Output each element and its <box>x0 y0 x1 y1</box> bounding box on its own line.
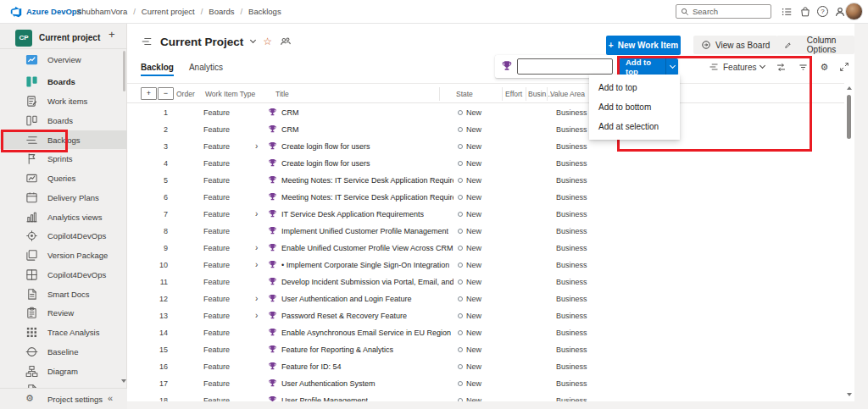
add-options-dropdown-button[interactable] <box>665 58 678 75</box>
backlog-row-5[interactable]: 5FeatureMeeting Notes: IT Service Desk A… <box>127 172 844 189</box>
table-scrollbar[interactable] <box>844 83 854 401</box>
sidebar-item-version-package[interactable]: Version Package <box>0 246 127 265</box>
product-name[interactable]: Azure DevOps <box>26 7 81 16</box>
sidebar-item-copilot4devops[interactable]: Copilot4DevOps <box>0 227 127 246</box>
scrollbar-thumb[interactable] <box>847 95 851 139</box>
breadcrumb-item[interactable]: Boards <box>209 7 234 16</box>
tab-backlog[interactable]: Backlog <box>141 63 174 76</box>
backlog-row-11[interactable]: 11FeatureDevelop Incident Submission via… <box>127 274 844 290</box>
menu-item-add-to-bottom[interactable]: Add to bottom <box>589 97 680 117</box>
row-title[interactable]: Create login flow for users <box>281 159 370 168</box>
row-title[interactable]: User Authentication System <box>281 379 376 388</box>
sidebar-item-analytics-views[interactable]: Analytics views <box>0 207 127 226</box>
sidebar-item-project-settings[interactable]: Project settings <box>47 395 103 404</box>
sidebar-item-diagram[interactable]: Diagram <box>0 362 127 380</box>
row-title[interactable]: Enable Unified Customer Profile View Acr… <box>281 244 453 252</box>
task-list-icon[interactable] <box>781 6 793 18</box>
sidebar-item-boards[interactable]: Boards <box>0 73 127 91</box>
column-header-title[interactable]: Title <box>275 90 289 98</box>
breadcrumb-item[interactable]: Backlogs <box>248 7 281 16</box>
row-title[interactable]: Meeting Notes: IT Service Desk Applicati… <box>281 193 453 202</box>
backlog-row-3[interactable]: 3Feature›Create login flow for usersNewB… <box>127 138 844 155</box>
column-header-value-area[interactable]: Value Area <box>550 90 586 98</box>
more-options-icon[interactable]: ⋮ <box>853 38 854 49</box>
menu-item-add-at-selection[interactable]: Add at selection <box>589 117 680 136</box>
settings-gear-icon[interactable]: ⚙ <box>820 63 828 72</box>
backlog-row-16[interactable]: 16FeatureFeature for ID: 54NewBusiness <box>127 358 844 375</box>
user-avatar[interactable] <box>845 3 863 20</box>
chevron-down-icon[interactable] <box>250 37 256 43</box>
row-title[interactable]: Password Reset & Recovery Feature <box>281 312 407 320</box>
backlog-row-9[interactable]: 9Feature›Enable Unified Customer Profile… <box>127 240 844 257</box>
search-box[interactable] <box>676 4 771 19</box>
backlog-row-12[interactable]: 12Feature›User Authentication and Login … <box>127 290 844 307</box>
sidebar-item-queries[interactable]: Queries <box>0 169 127 188</box>
backlog-row-1[interactable]: 1FeatureCRMNewBusiness <box>127 104 844 121</box>
row-title[interactable]: User Profile Management <box>281 396 368 401</box>
column-options-button[interactable]: Column Options <box>776 36 854 54</box>
backlog-row-4[interactable]: 4FeatureCreate login flow for usersNewBu… <box>127 155 844 172</box>
row-title[interactable]: Meeting Notes: IT Service Desk Applicati… <box>281 176 453 185</box>
search-input[interactable] <box>693 7 766 16</box>
row-title[interactable]: IT Service Desk Application Requirements <box>281 210 424 218</box>
column-header-effort[interactable]: Effort <box>505 90 522 98</box>
azure-devops-logo-icon[interactable] <box>10 6 22 18</box>
collapse-sidebar-icon[interactable]: « <box>108 393 113 403</box>
sidebar-item-baseline[interactable]: Baseline <box>0 342 127 361</box>
collapse-all-button[interactable]: − <box>158 87 174 100</box>
row-title[interactable]: Enable Asynchronous Email Service in EU … <box>281 329 451 337</box>
swap-view-icon[interactable] <box>776 62 787 73</box>
tab-analytics[interactable]: Analytics <box>189 63 223 76</box>
column-header-work-item-type[interactable]: Work Item Type <box>205 90 255 98</box>
row-title[interactable]: CRM <box>281 108 299 117</box>
sidebar-item-trace-analysis[interactable]: Trace Analysis <box>0 323 127 342</box>
expand-chevron-icon[interactable]: › <box>255 294 258 303</box>
expand-chevron-icon[interactable]: › <box>255 243 258 252</box>
add-to-top-button[interactable]: Add to top <box>619 58 665 75</box>
column-header-business-value[interactable]: Busin... <box>528 90 552 98</box>
column-header-order[interactable]: Order <box>176 90 195 98</box>
breadcrumb-item[interactable]: Current project <box>142 7 195 16</box>
sidebar-item-work-items[interactable]: Work items <box>0 92 127 111</box>
fullscreen-icon[interactable] <box>839 62 850 73</box>
backlog-level-picker[interactable]: Features <box>709 62 765 72</box>
breadcrumb-item[interactable]: ShubhamVora <box>76 7 127 16</box>
row-title[interactable]: Create login flow for users <box>281 142 370 151</box>
sidebar-item-review[interactable]: Review <box>0 304 127 323</box>
favorite-star-icon[interactable]: ☆ <box>263 36 272 47</box>
backlog-row-6[interactable]: 6FeatureMeeting Notes: IT Service Desk A… <box>127 189 844 206</box>
row-title[interactable]: Implement Unified Customer Profile Manag… <box>281 227 448 235</box>
backlog-row-13[interactable]: 13Feature›Password Reset & Recovery Feat… <box>127 307 844 324</box>
backlog-row-2[interactable]: 2FeatureCRMNewBusiness <box>127 121 844 138</box>
project-name[interactable]: Current project <box>39 33 100 42</box>
backlog-row-18[interactable]: 18FeatureUser Profile ManagementNewBusin… <box>127 392 844 401</box>
sidebar-item-boards[interactable]: Boards <box>0 111 127 130</box>
marketplace-bag-icon[interactable] <box>799 6 811 18</box>
sidebar-scrollbar[interactable] <box>123 51 125 91</box>
sidebar-item-sprints[interactable]: Sprints <box>0 150 127 169</box>
sidebar-scroll-down-icon[interactable] <box>121 379 126 383</box>
row-title[interactable]: User Authentication and Login Feature <box>281 295 412 303</box>
scroll-up-icon[interactable] <box>847 86 852 90</box>
new-work-item-button[interactable]: + New Work Item <box>606 36 681 55</box>
row-title[interactable]: Develop Incident Submission via Portal, … <box>281 278 453 286</box>
menu-item-add-to-top[interactable]: Add to top <box>589 78 680 97</box>
expand-chevron-icon[interactable]: › <box>255 209 258 218</box>
sidebar-item-overview[interactable]: Overview <box>0 50 127 69</box>
row-title[interactable]: • Implement Corporate Single Sign-On Int… <box>281 261 449 269</box>
help-icon[interactable]: ? <box>817 6 828 17</box>
row-title[interactable]: Feature for Reporting & Analytics <box>281 345 393 354</box>
expand-chevron-icon[interactable]: › <box>255 260 258 269</box>
scroll-down-icon[interactable] <box>847 393 852 396</box>
expand-chevron-icon[interactable]: › <box>255 141 258 151</box>
sidebar-item-copilot4devops[interactable]: Copilot4DevOps <box>0 265 127 284</box>
team-icon[interactable] <box>280 36 292 47</box>
quick-add-title-input[interactable] <box>517 58 613 75</box>
backlog-row-10[interactable]: 10Feature›• Implement Corporate Single S… <box>127 257 844 274</box>
backlog-row-15[interactable]: 15FeatureFeature for Reporting & Analyti… <box>127 341 844 358</box>
backlog-row-8[interactable]: 8FeatureImplement Unified Customer Profi… <box>127 223 844 240</box>
sidebar-item-partial[interactable] <box>0 381 127 388</box>
column-header-state[interactable]: State <box>456 90 473 98</box>
expand-chevron-icon[interactable]: › <box>255 311 258 320</box>
sidebar-item-delivery-plans[interactable]: Delivery Plans <box>0 188 127 207</box>
